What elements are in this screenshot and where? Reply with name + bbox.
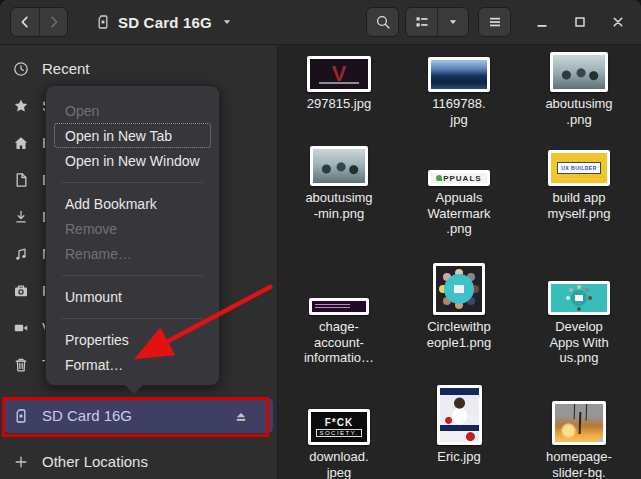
file-item[interactable]: F*CKSOCIETY.download. jpeg (279, 383, 399, 479)
file-name-label: chage- account- informatio… (304, 319, 374, 366)
app-menu-button[interactable] (478, 7, 511, 37)
sidebar-other-label: Other Locations (42, 453, 148, 470)
maximize-icon (572, 14, 588, 30)
eject-icon (233, 408, 249, 424)
forward-button[interactable] (39, 8, 67, 36)
chevron-right-icon (46, 14, 62, 30)
minimize-icon (534, 14, 550, 30)
video-icon (13, 320, 29, 336)
file-name-label: homepage- slider-bg. (546, 449, 612, 479)
meeting-thumbnail (310, 146, 368, 186)
eject-button[interactable] (233, 408, 249, 424)
location-button[interactable]: SD Card 16G (95, 14, 235, 31)
menu-separator (62, 275, 203, 276)
sidebar-item-recent[interactable]: Recent (0, 50, 277, 87)
hamburger-icon (487, 14, 503, 30)
file-name-label: download. jpeg (309, 449, 368, 479)
sunset-thumbnail (552, 401, 606, 445)
close-button[interactable] (605, 9, 631, 35)
menu-item-open: Open (54, 98, 211, 123)
context-menu: OpenOpen in New TabOpen in New WindowAdd… (45, 85, 220, 386)
document-icon (13, 172, 29, 188)
file-thumbnail (433, 255, 485, 315)
sidebar-item-other-locations[interactable]: Other Locations (0, 444, 277, 479)
close-icon (610, 14, 626, 30)
file-item[interactable]: chage- account- informatio… (279, 255, 399, 383)
context-menu-pointer (124, 384, 144, 394)
star-icon (13, 98, 29, 114)
file-thumbnail: V (307, 55, 371, 92)
terminal-thumbnail (309, 298, 369, 315)
minimize-button[interactable] (529, 9, 555, 35)
plus-icon (13, 454, 29, 470)
headerbar: SD Card 16G (0, 0, 641, 45)
home-icon (13, 135, 29, 151)
menu-item-properties[interactable]: Properties (54, 327, 211, 352)
file-grid: V297815.jpg1169788. jpgaboutusimg .pngab… (279, 55, 641, 479)
navigation-buttons (10, 7, 68, 37)
music-icon (13, 246, 29, 262)
back-button[interactable] (11, 8, 39, 36)
sidebar-item-label: Recent (42, 60, 90, 77)
file-item[interactable]: V297815.jpg (279, 55, 399, 148)
view-toggle-button[interactable] (406, 8, 437, 36)
menu-item-remove: Remove (54, 216, 211, 241)
sidebar-device-label: SD Card 16G (42, 407, 220, 424)
fsociety-thumbnail: F*CKSOCIETY. (308, 409, 370, 445)
eric-thumbnail (437, 385, 482, 445)
view-options-button[interactable] (437, 8, 468, 36)
file-thumbnail (552, 383, 606, 445)
search-button[interactable] (366, 7, 399, 37)
file-name-label: 1169788. jpg (432, 96, 485, 127)
file-item[interactable]: Develop Apps With us.png (519, 255, 639, 383)
file-item[interactable]: APPUALSAppuals Watermark .png (399, 148, 519, 255)
file-name-label: aboutusimg .png (545, 96, 612, 127)
list-view-icon (414, 14, 430, 30)
file-thumbnail (548, 255, 610, 315)
menu-item-open-in-new-tab[interactable]: Open in New Tab (54, 123, 211, 148)
search-icon (375, 14, 391, 30)
file-name-label: aboutusimg -min.png (305, 190, 372, 221)
chevron-down-icon (445, 14, 461, 30)
menu-separator (62, 182, 203, 183)
file-thumbnail: F*CKSOCIETY. (308, 383, 370, 445)
file-manager-window: SD Card 16G RecentStarredHomeDocumentsDo… (0, 0, 641, 479)
clock-icon (13, 61, 29, 77)
file-name-label: Develop Apps With us.png (549, 319, 608, 366)
trash-icon (13, 357, 29, 373)
location-title: SD Card 16G (118, 14, 212, 31)
file-name-label: Appuals Watermark .png (427, 190, 490, 237)
file-thumbnail (309, 255, 369, 315)
v-poster-thumbnail: V (307, 56, 371, 92)
file-name-label: Circlewithp eople1.png (427, 319, 491, 350)
file-item[interactable]: 1169788. jpg (399, 55, 519, 148)
menu-item-format[interactable]: Format… (54, 352, 211, 377)
file-item[interactable]: aboutusimg .png (519, 55, 639, 148)
file-item[interactable]: homepage- slider-bg. (519, 383, 639, 479)
meeting-thumbnail (550, 52, 608, 92)
sidebar-item-sd-card[interactable]: SD Card 16G (4, 398, 273, 433)
file-thumbnail (437, 383, 482, 445)
file-item[interactable]: UX BUILDERbuild app myself.png (519, 148, 639, 255)
view-switcher (405, 7, 469, 37)
file-thumbnail: APPUALS (428, 148, 490, 186)
file-item[interactable]: Eric.jpg (399, 383, 519, 479)
uxbuilder-thumbnail: UX BUILDER (548, 150, 610, 186)
file-item[interactable]: Circlewithp eople1.png (399, 255, 519, 383)
window-controls (529, 9, 631, 35)
file-name-label: Eric.jpg (437, 449, 480, 465)
file-thumbnail (428, 55, 490, 92)
menu-item-unmount[interactable]: Unmount (54, 284, 211, 309)
chevron-down-icon (219, 14, 235, 30)
file-item[interactable]: aboutusimg -min.png (279, 148, 399, 255)
develop-thumbnail (548, 281, 610, 315)
file-thumbnail (310, 148, 368, 186)
maximize-button[interactable] (567, 9, 593, 35)
menu-item-open-in-new-window[interactable]: Open in New Window (54, 148, 211, 173)
download-icon (13, 209, 29, 225)
file-name-label: 297815.jpg (307, 96, 371, 112)
file-area: V297815.jpg1169788. jpgaboutusimg .pngab… (278, 45, 641, 479)
file-thumbnail (550, 55, 608, 92)
lake-thumbnail (428, 57, 490, 92)
menu-item-add-bookmark[interactable]: Add Bookmark (54, 191, 211, 216)
